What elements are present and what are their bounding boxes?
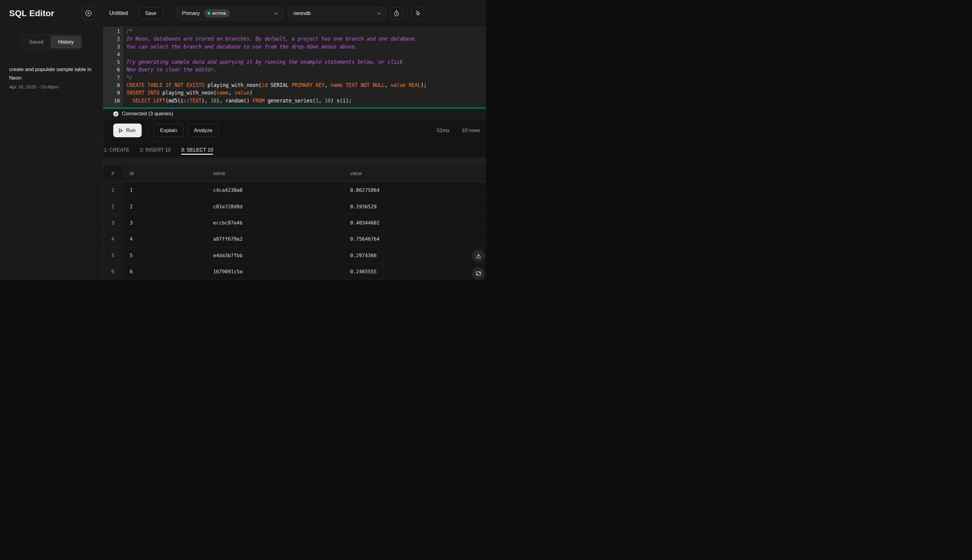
sql-editor-app: SQL Editor Saved History create and popu… [0, 0, 486, 280]
table-cell: 5 [123, 253, 213, 258]
results-spacer [103, 158, 486, 165]
table-row[interactable]: 661679091c5a0.2465555 [103, 264, 486, 280]
table-cell: 1 [123, 187, 213, 193]
code-area[interactable]: /*In Neon, databases are stored on branc… [123, 27, 427, 109]
tab-saved[interactable]: Saved [22, 36, 51, 48]
download-results-button[interactable] [472, 250, 485, 262]
table-row[interactable]: 44a87ff679a20.75646764 [103, 231, 486, 247]
query-row-count: 10 rows [462, 127, 480, 133]
table-floating-actions [472, 250, 485, 280]
active-dot-icon [207, 12, 210, 15]
table-cell: 3 [123, 220, 213, 226]
play-icon [117, 127, 124, 133]
run-button[interactable]: Run [113, 123, 142, 137]
row-number: 4 [103, 231, 123, 247]
database-select[interactable]: neondb [288, 7, 386, 20]
code-line: INSERT INTO playing_with_neon(name, valu… [126, 89, 427, 97]
history-item-title: create and populate sample table in Neon [9, 65, 94, 82]
chevron-down-icon [274, 11, 278, 16]
stopwatch-icon [393, 10, 400, 17]
download-icon [475, 253, 482, 259]
line-number: 6 [103, 66, 123, 73]
row-number: 1 [103, 182, 123, 198]
tab-history[interactable]: History [51, 36, 81, 48]
table-row[interactable]: 55e4da3b7fbb0.2974366 [103, 247, 486, 263]
history-list: create and populate sample table in Neon… [0, 57, 103, 98]
line-number: 10 [103, 97, 123, 105]
explain-button[interactable]: Explain [154, 123, 184, 137]
table-cell: 0.40344602 [350, 220, 486, 226]
table-row[interactable]: 33eccbc87e4b0.40344602 [103, 215, 486, 231]
results-table: #idnamevalue11c4ca4238a00.8627586422c81e… [103, 165, 486, 280]
code-editor[interactable]: 12345678910 /*In Neon, databases are sto… [103, 27, 486, 109]
table-cell: 0.2974366 [350, 253, 486, 258]
connection-status-bar: Connected (3 queries) [103, 109, 486, 119]
expand-results-button[interactable] [472, 267, 485, 280]
code-line: CREATE TABLE IF NOT EXISTS playing_with_… [126, 82, 427, 89]
query-meta: 51ms 10 rows [437, 127, 480, 133]
new-query-button[interactable] [82, 7, 95, 20]
line-number: 7 [103, 74, 123, 82]
code-line: You can select the branch and database t… [126, 43, 427, 51]
sidebar: SQL Editor Saved History create and popu… [0, 0, 103, 280]
row-number: 5 [103, 247, 123, 263]
table-cell: eccbc87e4b [213, 220, 350, 226]
plus-circle-icon [85, 10, 92, 17]
query-name-section: Untitled Save [103, 0, 170, 27]
table-cell: 0.1936529 [350, 204, 486, 210]
code-line: In Neon, databases are stored on branche… [126, 35, 427, 43]
table-cell: c81e728d9d [213, 204, 350, 210]
branch-select-value: Primary [182, 10, 200, 17]
editor-accent-bar [103, 107, 486, 109]
line-number: 2 [103, 35, 123, 43]
history-item-timestamp: Apr 16, 2025 - 10:46pm [9, 84, 94, 90]
branch-status-badge: ACTIVE [204, 9, 230, 17]
table-cell: 0.2465555 [350, 269, 486, 275]
topbar-divider [407, 7, 407, 20]
save-button[interactable]: Save [138, 7, 163, 20]
table-row[interactable]: 11c4ca4238a00.86275864 [103, 182, 486, 198]
topbar: Untitled Save Primary ACTIVE neondb [103, 0, 486, 27]
line-number: 5 [103, 58, 123, 66]
page-title: SQL Editor [9, 8, 54, 18]
table-cell: 1679091c5a [213, 269, 350, 275]
table-cell: c4ca4238a0 [213, 187, 350, 193]
branch-select[interactable]: Primary ACTIVE [177, 7, 283, 20]
table-header-row: #idnamevalue [103, 165, 486, 182]
table-cell: 2 [123, 204, 213, 210]
result-tab-1[interactable]: 1: CREATE [104, 142, 129, 158]
query-history-button[interactable] [390, 7, 403, 20]
expand-icon [475, 270, 482, 277]
table-row[interactable]: 22c81e728d9d0.1936529 [103, 198, 486, 215]
action-divider [147, 126, 148, 135]
code-line [126, 51, 427, 58]
result-tab-3[interactable]: 3: SELECT 10 [181, 142, 213, 158]
line-number: 1 [103, 27, 123, 35]
query-duration: 51ms [437, 127, 450, 133]
result-tabs: 1: CREATE2: INSERT 103: SELECT 10 [103, 142, 486, 158]
column-header-#: # [103, 165, 123, 182]
ai-assist-button[interactable] [411, 7, 424, 20]
column-header-name: name [213, 171, 350, 176]
line-number: 4 [103, 51, 123, 58]
table-cell: 6 [123, 269, 213, 275]
analyze-button[interactable]: Analyze [187, 123, 219, 137]
column-header-value: value [350, 171, 486, 176]
line-number-gutter: 12345678910 [103, 27, 123, 109]
action-bar: Run Explain Analyze 51ms 10 rows [103, 119, 486, 142]
table-cell: 4 [123, 236, 213, 242]
line-number: 8 [103, 82, 123, 89]
row-number: 3 [103, 215, 123, 231]
table-cell: 0.75646764 [350, 236, 486, 242]
sparkles-icon [414, 10, 421, 17]
connected-check-icon [113, 111, 119, 117]
connection-status-text: Connected (3 queries) [122, 111, 173, 117]
history-item[interactable]: create and populate sample table in Neon… [9, 65, 94, 90]
saved-history-toggle: Saved History [20, 35, 82, 50]
branch-status-label: ACTIVE [212, 12, 226, 15]
table-cell: 0.86275864 [350, 187, 486, 193]
sidebar-header: SQL Editor [0, 0, 103, 27]
topbar-controls: Primary ACTIVE neondb [170, 7, 424, 20]
chevron-down-icon [377, 11, 381, 16]
result-tab-2[interactable]: 2: INSERT 10 [140, 142, 171, 158]
